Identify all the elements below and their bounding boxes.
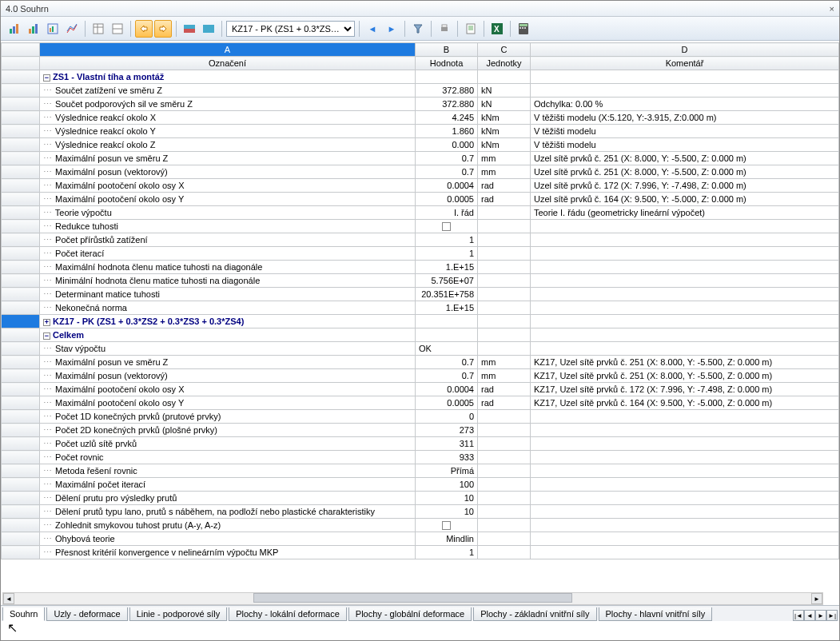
close-icon[interactable]: × [830, 4, 834, 14]
cell-comment[interactable] [531, 220, 839, 233]
cell-label[interactable]: ⋯ Počet iterací [40, 247, 416, 261]
cell-label[interactable]: ⋯ Maximální pootočení okolo osy Y [40, 193, 416, 206]
cell-value[interactable] [416, 220, 478, 233]
tab-first-icon[interactable]: |◄ [793, 610, 804, 621]
sheet-tab[interactable]: Plochy - lokální deformace [229, 607, 347, 621]
cell-label[interactable]: ⋯ Zohlednit smykovou tuhost prutu (A-y, … [40, 519, 416, 532]
cell-label[interactable]: ⋯ Determinant matice tuhosti [40, 288, 416, 301]
cell-comment[interactable]: Teorie I. řádu (geometricky lineární výp… [531, 206, 839, 220]
horizontal-scrollbar[interactable]: ◄ ► [2, 592, 823, 605]
cell-comment[interactable] [531, 464, 839, 478]
cell-comment[interactable] [531, 288, 839, 301]
row-header[interactable] [2, 193, 40, 206]
sheet-tab[interactable]: Plochy - hlavní vnitřní síly [599, 607, 713, 621]
row-header[interactable] [2, 464, 40, 478]
cell-comment[interactable] [531, 424, 839, 437]
tb-excel-icon[interactable]: X [488, 20, 506, 38]
cell-label[interactable]: ⋯ Metoda řešení rovnic [40, 464, 416, 478]
cell-label[interactable]: ⋯ Stav výpočtu [40, 342, 416, 356]
tab-last-icon[interactable]: ►| [826, 610, 838, 621]
row-header[interactable] [2, 546, 40, 559]
cell-label[interactable]: ⋯ Počet 1D konečných prvků (prutové prvk… [40, 410, 416, 424]
scroll-right-icon[interactable]: ► [811, 593, 822, 604]
row-header[interactable] [2, 125, 40, 138]
row-header[interactable] [2, 98, 40, 111]
cell-unit[interactable] [478, 315, 531, 328]
cell-label[interactable]: ⋯ Maximální pootočení okolo osy X [40, 179, 416, 193]
row-header[interactable] [2, 478, 40, 492]
cell-value[interactable] [416, 70, 478, 84]
row-header[interactable] [2, 165, 40, 179]
cell-comment[interactable] [531, 315, 839, 328]
cell-label[interactable]: ⋯ Ohybová teorie [40, 532, 416, 546]
tb-grid1-icon[interactable] [90, 20, 107, 38]
row-header[interactable] [2, 492, 40, 505]
cell-label[interactable]: ⋯ Redukce tuhosti [40, 220, 416, 233]
tb-color2-icon[interactable] [200, 20, 217, 38]
cell-comment[interactable] [531, 410, 839, 424]
cell-value[interactable]: Přímá [416, 464, 478, 478]
next-icon[interactable]: ► [383, 20, 400, 38]
cell-comment[interactable] [531, 342, 839, 356]
col-B-header[interactable]: B [416, 43, 478, 57]
cell-unit[interactable] [478, 247, 531, 261]
cell-comment[interactable] [531, 70, 839, 84]
cell-label[interactable]: ⋯ Maximální posun ve směru Z [40, 152, 416, 165]
cell-label[interactable]: ⋯ Maximální počet iterací [40, 478, 416, 492]
row-header[interactable] [2, 451, 40, 464]
cell-value[interactable]: 1 [416, 546, 478, 559]
cell-value[interactable]: 372.880 [416, 84, 478, 98]
cell-label[interactable]: ⋯ Součet podporových sil ve směru Z [40, 98, 416, 111]
row-header[interactable] [2, 274, 40, 288]
cell-unit[interactable] [478, 451, 531, 464]
row-header[interactable] [2, 396, 40, 410]
row-header[interactable] [2, 505, 40, 519]
cell-value[interactable]: 0.0005 [416, 193, 478, 206]
cell-comment[interactable]: Uzel sítě prvků č. 251 (X: 8.000, Y: -5.… [531, 165, 839, 179]
cell-comment[interactable] [531, 546, 839, 559]
cell-value[interactable]: 0.0004 [416, 383, 478, 396]
tb-chart2-icon[interactable] [25, 20, 42, 38]
cell-unit[interactable]: kN [478, 98, 531, 111]
col-D-header[interactable]: D [531, 43, 839, 57]
row-header[interactable] [2, 138, 40, 152]
cell-comment[interactable] [531, 492, 839, 505]
cell-unit[interactable] [478, 410, 531, 424]
cell-label[interactable]: ⋯ Nekonečná norma [40, 301, 416, 315]
tb-print-icon[interactable] [436, 20, 453, 38]
cell-value[interactable]: 372.880 [416, 98, 478, 111]
cell-value[interactable]: 933 [416, 451, 478, 464]
cell-value[interactable]: 0.7 [416, 165, 478, 179]
cell-label[interactable]: ⋯ Minimální hodnota členu matice tuhosti… [40, 274, 416, 288]
cell-label[interactable]: ⋯ Výslednice reakcí okolo X [40, 111, 416, 125]
cell-label[interactable]: ⋯ Maximální pootočení okolo osy X [40, 383, 416, 396]
cell-value[interactable]: 100 [416, 478, 478, 492]
cell-unit[interactable] [478, 220, 531, 233]
cell-value[interactable]: 0.7 [416, 369, 478, 383]
col-A-header[interactable]: A [40, 43, 416, 57]
cell-label[interactable]: ⋯ Maximální posun (vektorový) [40, 165, 416, 179]
cell-value[interactable]: 311 [416, 437, 478, 451]
cell-unit[interactable]: kNm [478, 125, 531, 138]
cell-comment[interactable] [531, 301, 839, 315]
scroll-left-icon[interactable]: ◄ [3, 593, 14, 604]
cell-unit[interactable] [478, 328, 531, 342]
row-header[interactable] [2, 288, 40, 301]
tab-prev-icon[interactable]: ◄ [804, 610, 815, 621]
sheet-tab[interactable]: Linie - podporové síly [129, 607, 228, 621]
cell-label[interactable]: ⋯ Počet rovnic [40, 451, 416, 464]
cell-unit[interactable] [478, 437, 531, 451]
cell-comment[interactable]: V těžišti modelu (X:5.120, Y:-3.915, Z:0… [531, 111, 839, 125]
cell-value[interactable]: 273 [416, 424, 478, 437]
tb-chart3-icon[interactable] [44, 20, 62, 38]
cell-comment[interactable] [531, 261, 839, 274]
cell-label[interactable]: ⋯ Maximální hodnota členu matice tuhosti… [40, 261, 416, 274]
cell-comment[interactable] [531, 478, 839, 492]
cell-value[interactable]: 1.860 [416, 125, 478, 138]
cell-unit[interactable]: kNm [478, 111, 531, 125]
col-C-header[interactable]: C [478, 43, 531, 57]
row-header[interactable] [2, 261, 40, 274]
cell-label[interactable]: ⋯ Maximální posun (vektorový) [40, 369, 416, 383]
cell-comment[interactable]: KZ17, Uzel sítě prvků č. 172 (X: 7.996, … [531, 383, 839, 396]
checkbox[interactable] [442, 521, 451, 530]
